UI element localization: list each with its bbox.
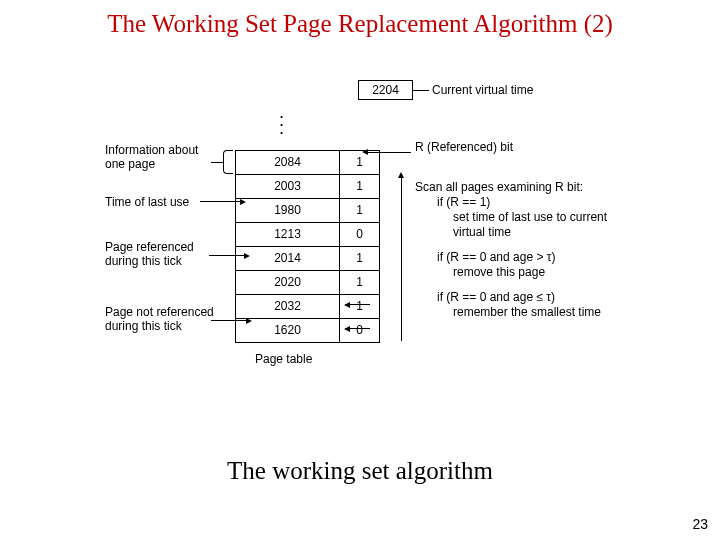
time-cell: 2020 — [235, 271, 340, 295]
current-virtual-time-label: Current virtual time — [432, 83, 533, 97]
scan-action-3: remember the smallest time — [415, 305, 635, 320]
page-not-referenced-label: Page not referenced during this tick — [105, 305, 225, 333]
r-cell: 1 — [340, 247, 380, 271]
time-cell: 2084 — [235, 151, 340, 175]
page-table-label: Page table — [255, 352, 312, 366]
r-cell: 1 — [340, 175, 380, 199]
ellipsis-icon: ... — [279, 110, 289, 146]
table-row: 2003 1 — [235, 175, 380, 199]
time-cell: 1980 — [235, 199, 340, 223]
r-cell: 0 — [340, 223, 380, 247]
inner-arrow-icon — [350, 328, 370, 329]
time-cell: 2014 — [235, 247, 340, 271]
table-row: 2032 1 — [235, 295, 380, 319]
table-row: 1213 0 — [235, 223, 380, 247]
arrow-icon — [244, 253, 250, 259]
inner-arrow-icon — [350, 304, 370, 305]
time-of-last-use-label: Time of last use — [105, 195, 189, 209]
scan-action-1: set time of last use to current virtual … — [415, 210, 635, 240]
scan-algorithm-text: Scan all pages examining R bit: if (R ==… — [415, 180, 635, 320]
page-number: 23 — [692, 516, 708, 532]
scan-heading: Scan all pages examining R bit: — [415, 180, 635, 195]
slide-title: The Working Set Page Replacement Algorit… — [0, 10, 720, 38]
arrow-icon — [246, 318, 252, 324]
r-cell: 1 — [340, 151, 380, 175]
table-row: 2020 1 — [235, 271, 380, 295]
time-cell: 2003 — [235, 175, 340, 199]
info-about-one-page-label: Information about one page — [105, 143, 215, 171]
cvt-connector — [413, 90, 429, 91]
arrow-icon — [362, 149, 368, 155]
time-cell: 2032 — [235, 295, 340, 319]
time-cell: 1213 — [235, 223, 340, 247]
page-table: 2084 1 2003 1 1980 1 1213 0 2014 1 2020 … — [235, 150, 380, 343]
scan-cond-2: if (R == 0 and age > τ) — [415, 250, 635, 265]
table-row: 2014 1 — [235, 247, 380, 271]
current-virtual-time-box: 2204 — [358, 80, 413, 100]
brace-icon — [223, 150, 233, 174]
scan-cond-1: if (R == 1) — [415, 195, 635, 210]
table-row: 2084 1 — [235, 151, 380, 175]
scan-action-2: remove this page — [415, 265, 635, 280]
scan-cond-3: if (R == 0 and age ≤ τ) — [415, 290, 635, 305]
connector-line — [368, 152, 411, 153]
working-set-diagram: 2204 Current virtual time ... 2084 1 200… — [105, 80, 605, 430]
connector-line — [209, 255, 244, 256]
arrow-icon — [240, 199, 246, 205]
connector-line — [200, 201, 240, 202]
page-referenced-label: Page referenced during this tick — [105, 240, 225, 268]
connector-line — [211, 320, 246, 321]
scan-vertical-line — [401, 176, 402, 341]
table-row: 1620 0 — [235, 319, 380, 343]
referenced-bit-label: R (Referenced) bit — [415, 140, 513, 154]
r-cell: 1 — [340, 271, 380, 295]
table-row: 1980 1 — [235, 199, 380, 223]
figure-caption: The working set algorithm — [0, 457, 720, 485]
arrow-icon — [398, 172, 404, 178]
r-cell: 1 — [340, 199, 380, 223]
